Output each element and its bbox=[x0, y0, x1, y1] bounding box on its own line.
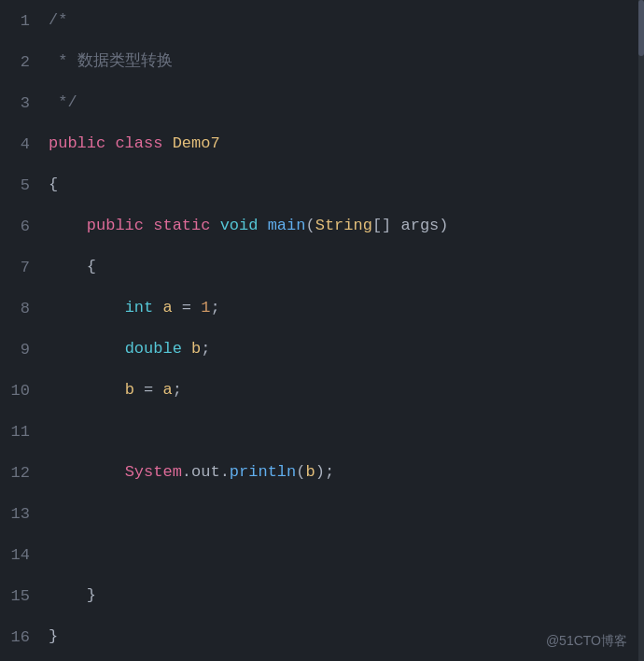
code-line: 15 } bbox=[0, 575, 644, 616]
line-number: 11 bbox=[0, 423, 49, 441]
token: 1 bbox=[201, 299, 210, 316]
line-number: 10 bbox=[0, 382, 49, 400]
token: * 数据类型转换 bbox=[49, 52, 173, 70]
token: double bbox=[125, 340, 182, 358]
token bbox=[49, 340, 125, 358]
line-number: 2 bbox=[0, 53, 49, 71]
line-number: 4 bbox=[0, 135, 49, 153]
line-content: public static void main(String[] args) bbox=[49, 205, 644, 246]
token: } bbox=[49, 586, 96, 604]
token: System bbox=[125, 463, 182, 481]
token: ; bbox=[201, 340, 210, 358]
token: public bbox=[49, 134, 105, 152]
line-number: 5 bbox=[0, 176, 49, 194]
token bbox=[49, 217, 87, 234]
code-line: 11 bbox=[0, 411, 644, 452]
line-number: 3 bbox=[0, 94, 49, 112]
line-content: { bbox=[49, 164, 644, 205]
line-number: 13 bbox=[0, 505, 49, 523]
scrollbar-thumb[interactable] bbox=[638, 0, 644, 56]
token: Demo7 bbox=[173, 134, 220, 152]
token bbox=[182, 340, 191, 358]
token bbox=[49, 463, 125, 481]
token: /* bbox=[49, 11, 67, 29]
code-line: 9 double b; bbox=[0, 329, 644, 370]
token bbox=[49, 381, 125, 399]
code-line: 6 public static void main(String[] args) bbox=[0, 205, 644, 246]
token: */ bbox=[49, 93, 77, 111]
line-content: double b; bbox=[49, 329, 644, 370]
token: ( bbox=[305, 217, 315, 234]
token: println bbox=[230, 463, 296, 481]
line-content: public class Demo7 bbox=[49, 123, 644, 164]
code-line: 12 System.out.println(b); bbox=[0, 452, 644, 493]
token: [] bbox=[372, 217, 391, 234]
line-number: 14 bbox=[0, 546, 49, 564]
line-number: 7 bbox=[0, 259, 49, 276]
token: ( bbox=[296, 463, 305, 481]
line-number: 1 bbox=[0, 12, 49, 30]
code-line: 10 b = a; bbox=[0, 370, 644, 411]
line-number: 12 bbox=[0, 464, 49, 482]
line-content: * 数据类型转换 bbox=[49, 41, 644, 82]
token bbox=[162, 134, 172, 152]
token: = bbox=[134, 381, 163, 399]
line-content: System.out.println(b); bbox=[49, 452, 644, 493]
token: class bbox=[115, 134, 162, 152]
code-line: 13 bbox=[0, 493, 644, 534]
token: = bbox=[173, 299, 202, 316]
token: int bbox=[125, 299, 154, 316]
token: a bbox=[162, 299, 172, 316]
line-number: 8 bbox=[0, 300, 49, 317]
line-content: /* bbox=[49, 0, 644, 41]
token: out bbox=[191, 463, 220, 481]
code-editor: 1/*2 * 数据类型转换3 */4public class Demo75{6 … bbox=[0, 0, 644, 661]
token: b bbox=[305, 463, 315, 481]
token: b bbox=[125, 381, 134, 399]
token: String bbox=[315, 217, 372, 234]
token: a bbox=[162, 381, 172, 399]
code-line: 5{ bbox=[0, 164, 644, 205]
token bbox=[144, 217, 153, 234]
token: static bbox=[153, 217, 210, 234]
token: b bbox=[191, 340, 201, 358]
line-content: int a = 1; bbox=[49, 288, 644, 329]
token: { bbox=[49, 176, 58, 193]
token bbox=[49, 299, 125, 316]
line-content: } bbox=[49, 575, 644, 616]
code-line: 4public class Demo7 bbox=[0, 123, 644, 164]
token: ); bbox=[315, 463, 334, 481]
token bbox=[210, 217, 219, 234]
token: ) bbox=[439, 217, 448, 234]
line-content: b = a; bbox=[49, 370, 644, 411]
code-line: 3 */ bbox=[0, 82, 644, 123]
code-line: 1/* bbox=[0, 0, 644, 41]
token bbox=[153, 299, 162, 316]
token: { bbox=[49, 258, 96, 275]
code-line: 14 bbox=[0, 534, 644, 575]
code-line: 2 * 数据类型转换 bbox=[0, 41, 644, 82]
line-content: */ bbox=[49, 82, 644, 123]
watermark: @51CTO博客 bbox=[546, 633, 627, 650]
code-line: 8 int a = 1; bbox=[0, 288, 644, 329]
line-number: 6 bbox=[0, 218, 49, 235]
token: void bbox=[220, 217, 259, 234]
token: } bbox=[49, 627, 58, 645]
token: . bbox=[182, 463, 191, 481]
code-line: 7 { bbox=[0, 246, 644, 288]
line-number: 9 bbox=[0, 341, 49, 359]
line-number: 15 bbox=[0, 587, 49, 605]
token: . bbox=[220, 463, 230, 481]
line-number: 16 bbox=[0, 628, 49, 646]
token bbox=[105, 134, 115, 152]
token bbox=[258, 217, 267, 234]
scrollbar[interactable] bbox=[638, 0, 644, 661]
token: main bbox=[268, 217, 306, 234]
token: ; bbox=[210, 299, 219, 316]
line-content: { bbox=[49, 246, 644, 288]
token: ; bbox=[173, 381, 182, 399]
token: public bbox=[87, 217, 144, 234]
token: args bbox=[391, 217, 439, 234]
